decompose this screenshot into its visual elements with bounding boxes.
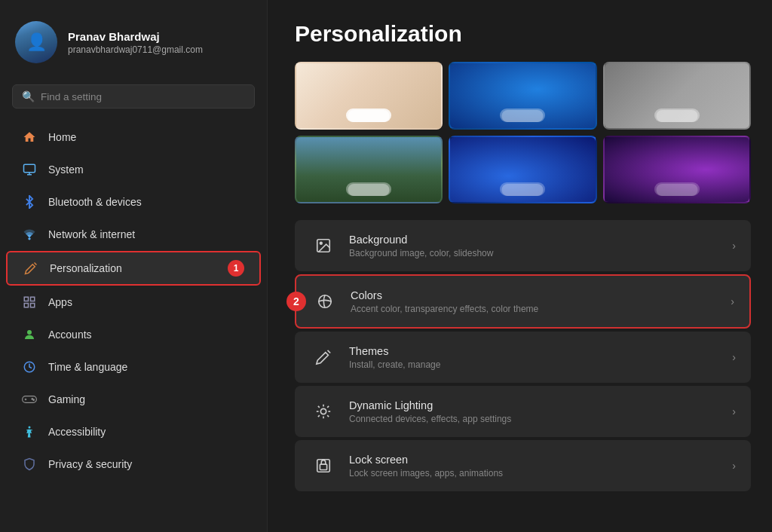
settings-subtitle-dynamic-lighting: Connected devices, effects, app settings (349, 414, 720, 424)
sidebar-item-privacy[interactable]: Privacy & security (6, 448, 261, 480)
chevron-icon-colors: › (731, 295, 734, 307)
chevron-icon-lock-screen: › (732, 460, 736, 472)
settings-title-colors: Colors (351, 289, 718, 301)
sidebar-item-label-accounts: Accounts (48, 329, 92, 341)
home-icon (21, 129, 38, 145)
personalization-icon (23, 260, 39, 277)
sidebar-item-bluetooth[interactable]: Bluetooth & devices (6, 186, 261, 218)
chevron-icon-dynamic-lighting: › (732, 405, 736, 417)
svg-line-4 (35, 263, 37, 265)
svg-line-25 (318, 406, 320, 408)
settings-subtitle-themes: Install, create, manage (349, 359, 720, 370)
svg-point-20 (319, 295, 332, 308)
user-name: Pranav Bhardwaj (68, 30, 203, 43)
settings-title-dynamic-lighting: Dynamic Lighting (349, 399, 720, 411)
nav-list: Home System Bluetooth & devices Network … (0, 118, 267, 532)
svg-line-29 (318, 415, 320, 417)
svg-line-21 (328, 350, 331, 353)
settings-item-background[interactable]: Background Background image, color, slid… (295, 220, 751, 271)
search-input[interactable] (41, 91, 245, 102)
theme-card-gray[interactable] (603, 62, 751, 130)
chevron-icon-themes: › (732, 351, 736, 363)
svg-point-14 (32, 399, 33, 400)
avatar[interactable]: 👤 (15, 21, 57, 63)
svg-rect-0 (24, 164, 35, 173)
sidebar-item-label-apps: Apps (48, 296, 72, 308)
chevron-icon-background: › (732, 240, 736, 252)
settings-text-colors: Colors Accent color, transparency effect… (351, 289, 718, 314)
search-box[interactable]: 🔍 (12, 84, 255, 109)
user-section: 👤 Pranav Bhardwaj pranavbhardwaj0711@gma… (0, 0, 267, 78)
settings-item-lock-screen[interactable]: Lock screen Lock screen images, apps, an… (295, 440, 751, 491)
sidebar-item-network[interactable]: Network & internet (6, 219, 261, 250)
apps-icon (21, 294, 38, 310)
sidebar-item-accessibility[interactable]: Accessibility (6, 416, 261, 448)
page-title: Personalization (295, 21, 751, 47)
theme-card-swirl[interactable] (449, 136, 596, 203)
settings-text-themes: Themes Install, create, manage (349, 345, 720, 370)
user-email: pranavbhardwaj0711@gmail.com (68, 44, 203, 55)
settings-icon-colors (311, 288, 339, 315)
svg-rect-6 (31, 297, 35, 301)
svg-point-19 (320, 242, 322, 244)
sidebar: 👤 Pranav Bhardwaj pranavbhardwaj0711@gma… (0, 0, 268, 532)
svg-rect-8 (31, 304, 35, 307)
sidebar-item-home[interactable]: Home (6, 121, 261, 153)
svg-line-30 (327, 406, 329, 408)
user-info: Pranav Bhardwaj pranavbhardwaj0711@gmail… (68, 30, 203, 55)
accounts-icon (21, 326, 38, 343)
settings-title-background: Background (349, 234, 720, 246)
svg-point-16 (29, 427, 31, 429)
settings-list: Background Background image, color, slid… (295, 220, 751, 491)
settings-text-dynamic-lighting: Dynamic Lighting Connected devices, effe… (349, 399, 720, 424)
sidebar-item-apps[interactable]: Apps (6, 286, 261, 318)
theme-card-purple[interactable] (603, 136, 751, 203)
settings-title-themes: Themes (349, 345, 720, 357)
settings-subtitle-lock-screen: Lock screen images, apps, animations (349, 468, 720, 478)
search-icon: 🔍 (22, 90, 35, 102)
settings-icon-lock-screen (310, 452, 337, 479)
privacy-icon (21, 456, 38, 472)
sidebar-item-time[interactable]: Time & language (6, 351, 261, 383)
settings-item-themes[interactable]: Themes Install, create, manage › (295, 332, 751, 383)
settings-icon-background (310, 232, 337, 259)
settings-subtitle-colors: Accent color, transparency effects, colo… (351, 304, 718, 314)
svg-rect-5 (24, 297, 28, 301)
sidebar-item-personalization[interactable]: Personalization 1 (6, 251, 261, 286)
svg-rect-7 (24, 304, 28, 307)
svg-point-15 (33, 399, 35, 401)
settings-icon-dynamic-lighting (310, 398, 337, 425)
gaming-icon (21, 391, 38, 408)
accessibility-icon (21, 423, 38, 440)
time-icon (21, 359, 38, 375)
network-icon (21, 226, 38, 243)
sidebar-item-label-accessibility: Accessibility (48, 426, 106, 438)
sidebar-item-system[interactable]: System (6, 154, 261, 185)
settings-badge-colors: 2 (286, 292, 306, 311)
sidebar-item-label-personalization: Personalization (50, 262, 122, 274)
theme-card-blue[interactable] (449, 62, 596, 130)
settings-icon-themes (310, 344, 337, 371)
svg-point-9 (27, 330, 32, 335)
nav-badge-personalization: 1 (228, 260, 244, 277)
settings-text-background: Background Background image, color, slid… (349, 234, 720, 258)
sidebar-item-label-system: System (48, 164, 84, 176)
settings-text-lock-screen: Lock screen Lock screen images, apps, an… (349, 454, 720, 478)
settings-subtitle-background: Background image, color, slideshow (349, 248, 720, 258)
themes-grid (295, 62, 751, 203)
sidebar-item-label-time: Time & language (48, 361, 127, 373)
sidebar-item-accounts[interactable]: Accounts (6, 319, 261, 350)
sidebar-item-gaming[interactable]: Gaming (6, 384, 261, 415)
settings-item-dynamic-lighting[interactable]: Dynamic Lighting Connected devices, effe… (295, 386, 751, 437)
sidebar-item-label-gaming: Gaming (48, 393, 85, 405)
svg-line-26 (327, 415, 329, 417)
settings-item-colors[interactable]: 2 Colors Accent color, transparency effe… (295, 274, 751, 329)
sidebar-item-label-bluetooth: Bluetooth & devices (48, 196, 142, 208)
settings-title-lock-screen: Lock screen (349, 454, 720, 466)
sidebar-item-label-privacy: Privacy & security (48, 458, 132, 470)
theme-card-light[interactable] (295, 62, 443, 130)
theme-card-mountain[interactable] (295, 136, 443, 203)
main-content: Personalization Backgro (268, 0, 772, 532)
svg-rect-32 (320, 464, 326, 469)
sidebar-item-label-home: Home (48, 131, 76, 143)
